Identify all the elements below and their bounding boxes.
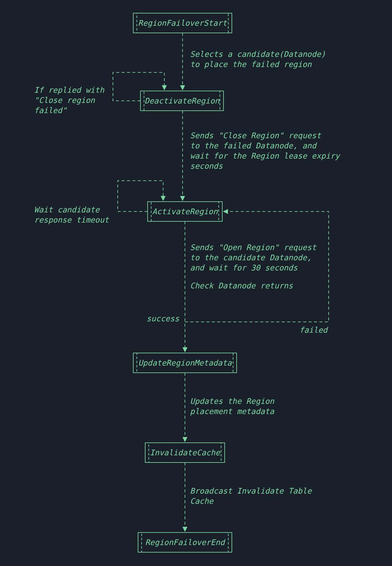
edge-label: Wait candidate response timeout [34,205,109,224]
node-update-region-metadata: UpdateRegionMetadata [133,353,237,373]
node-label: RegionFailoverStart [138,19,227,28]
edge-label: Sends "Open Region" request to the candi… [190,243,321,290]
edge-label: Selects a candidate(Datanode) to place t… [190,50,330,69]
edge-failed-label: failed [299,325,328,334]
node-label: InvalidateCache [150,448,220,457]
node-invalidate-cache: InvalidateCache [145,443,225,462]
edge-success-label: success [146,314,179,323]
edge-label: If replied with "Close region failed" [34,86,109,115]
node-label: UpdateRegionMetadata [138,358,232,367]
node-region-failover-start: RegionFailoverStart [133,13,232,33]
failover-flow-diagram: RegionFailoverStart DeactivateRegion Act… [0,0,392,566]
node-deactivate-region: DeactivateRegion [140,91,223,111]
edge-label: Sends "Close Region" request to the fail… [190,131,344,171]
node-activate-region: ActivateRegion [148,202,222,221]
edge-label: Broadcast Invalidate Table Cache [190,486,316,506]
edge-label: Updates the Region placement metadata [190,397,279,416]
node-label: ActivateRegion [152,207,218,216]
node-region-failover-end: RegionFailoverEnd [138,532,232,552]
node-label: RegionFailoverEnd [145,538,226,547]
node-label: DeactivateRegion [145,96,220,105]
